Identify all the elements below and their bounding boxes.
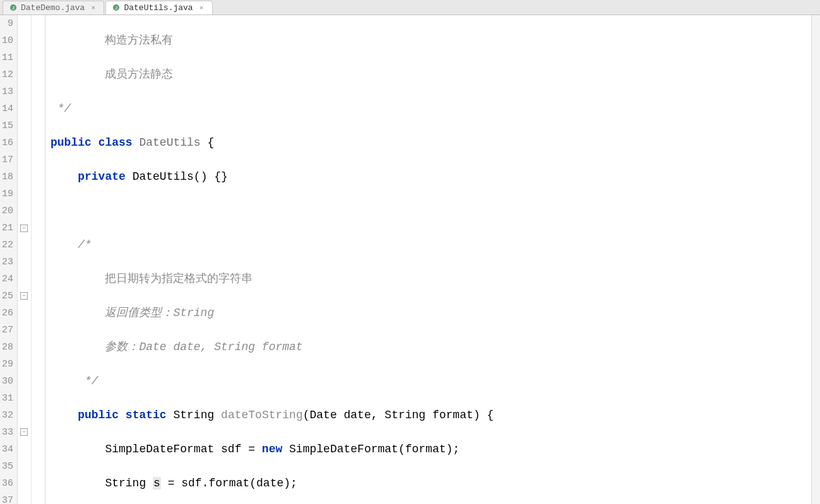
line-number: 25 — [0, 288, 13, 305]
line-number: 30 — [0, 373, 13, 390]
line-number: 37 — [0, 492, 13, 504]
line-number: 28 — [0, 339, 13, 356]
margin-gutter — [32, 15, 45, 504]
tab-datedemo[interactable]: J DateDemo.java × — [3, 1, 104, 15]
svg-text:J: J — [115, 5, 118, 11]
line-number: 26 — [0, 305, 13, 322]
line-number: 33 — [0, 424, 13, 441]
svg-text:J: J — [12, 5, 15, 11]
close-icon[interactable]: × — [91, 4, 97, 11]
code-content[interactable]: 构造方法私有 成员方法静态 */ public class DateUtils … — [45, 15, 820, 504]
tab-label: DateDemo.java — [21, 3, 85, 13]
line-number: 24 — [0, 271, 13, 288]
line-number: 14 — [0, 100, 13, 117]
line-number: 23 — [0, 254, 13, 271]
fold-marker-icon[interactable]: − — [20, 225, 28, 232]
fold-gutter: − − − — [18, 15, 32, 504]
fold-marker-icon[interactable]: − — [20, 292, 28, 300]
line-number: 15 — [0, 117, 13, 134]
code-area: 9101112131415161718192021222324252627282… — [0, 15, 820, 504]
line-number: 35 — [0, 458, 13, 475]
tab-label: DateUtils.java — [124, 3, 193, 13]
vertical-scrollbar[interactable] — [811, 15, 820, 504]
tab-dateutils[interactable]: J DateUtils.java × — [105, 1, 212, 15]
line-number: 20 — [0, 202, 13, 220]
tabs-bar: J DateDemo.java × J DateUtils.java × — [0, 0, 820, 15]
line-number: 12 — [0, 66, 13, 83]
line-number: 11 — [0, 49, 13, 66]
line-number: 13 — [0, 83, 13, 100]
line-number: 22 — [0, 237, 13, 254]
editor-container: J DateDemo.java × J DateUtils.java × 910… — [0, 0, 820, 504]
line-number: 9 — [0, 15, 13, 32]
line-number-gutter: 9101112131415161718192021222324252627282… — [0, 15, 18, 504]
line-number: 27 — [0, 322, 13, 339]
line-number: 10 — [0, 32, 13, 49]
line-number: 29 — [0, 356, 13, 373]
line-number: 34 — [0, 441, 13, 458]
java-file-icon: J — [9, 4, 17, 11]
line-number: 19 — [0, 185, 13, 202]
fold-marker-icon[interactable]: − — [20, 428, 28, 436]
line-number: 18 — [0, 168, 13, 185]
line-number: 21 — [0, 220, 13, 237]
java-file-icon: J — [112, 4, 120, 11]
line-number: 17 — [0, 151, 13, 168]
variable-highlight: s — [153, 477, 161, 489]
line-number: 16 — [0, 134, 13, 151]
close-icon[interactable]: × — [199, 4, 206, 11]
line-number: 31 — [0, 390, 13, 407]
line-number: 32 — [0, 407, 13, 424]
line-number: 36 — [0, 475, 13, 492]
